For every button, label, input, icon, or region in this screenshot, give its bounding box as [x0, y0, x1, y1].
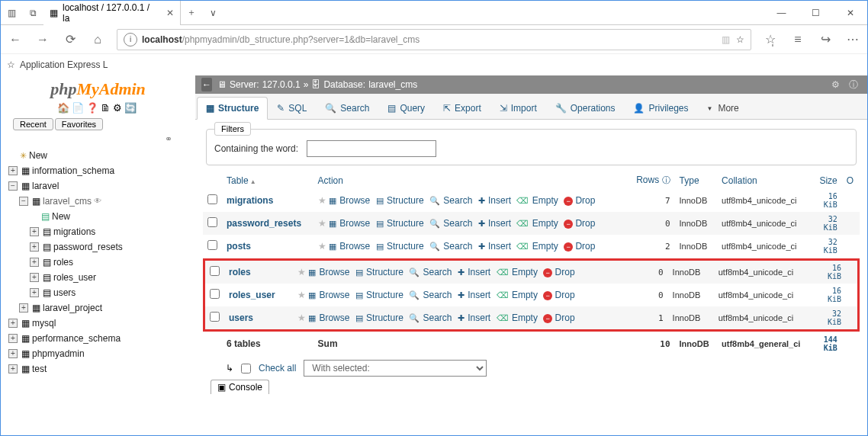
browse-link[interactable]: ▦ Browse [329, 218, 370, 229]
tree-table[interactable]: users [53, 285, 76, 300]
drop-link[interactable]: − Drop [564, 241, 595, 252]
tree-db-current[interactable]: laravel_cms [43, 194, 92, 209]
browse-link[interactable]: ▦ Browse [308, 290, 349, 300]
crumb-server[interactable]: 127.0.0.1 [262, 79, 301, 90]
minimize-icon[interactable]: — [764, 2, 799, 24]
browse-link[interactable]: ▦ Browse [329, 195, 370, 206]
search-link[interactable]: 🔍 Search [409, 313, 452, 323]
empty-link[interactable]: ⌫ Empty [497, 290, 538, 300]
structure-link[interactable]: ▤ Structure [355, 267, 403, 277]
empty-link[interactable]: ⌫ Empty [516, 241, 558, 252]
reading-mode-icon[interactable]: ▥ [722, 34, 730, 45]
favorite-star-icon[interactable]: ★ [318, 218, 326, 229]
col-size[interactable]: Size [819, 175, 837, 186]
empty-link[interactable]: ⌫ Empty [497, 313, 538, 323]
favorite-star-icon[interactable]: ★ [297, 313, 306, 323]
search-link[interactable]: 🔍 Search [409, 267, 452, 277]
browser-tab[interactable]: ▦ localhost / 127.0.0.1 / la ✕ [43, 1, 181, 25]
help-icon[interactable]: ⓘ [849, 79, 858, 91]
table-name-link[interactable]: roles_user [229, 290, 275, 300]
refresh-icon[interactable]: ⟳ [62, 32, 79, 46]
insert-link[interactable]: ✚ Insert [478, 195, 511, 206]
hub-icon[interactable]: ≡ [789, 33, 806, 46]
tree-db[interactable]: laravel [32, 178, 59, 194]
url-input[interactable]: i localhost/phpmyadmin/db_structure.php?… [117, 29, 751, 50]
tab-operations[interactable]: 🔧Operations [546, 97, 625, 119]
table-name-link[interactable]: migrations [227, 195, 273, 206]
tree-new[interactable]: New [29, 148, 47, 163]
tab-menu-icon[interactable]: ∨ [202, 2, 223, 24]
insert-link[interactable]: ✚ Insert [458, 313, 490, 323]
expand-icon[interactable]: + [8, 166, 18, 175]
tree-db[interactable]: test [32, 361, 47, 377]
favorite-star-icon[interactable]: ★ [297, 290, 306, 300]
sidebar-toggle-icon[interactable]: ▥ [1, 2, 22, 24]
drop-link[interactable]: − Drop [543, 313, 574, 323]
tab-search[interactable]: 🔍Search [316, 97, 378, 119]
table-name-link[interactable]: posts [227, 241, 251, 252]
new-tab-icon[interactable]: ＋ [181, 2, 202, 24]
tree-table[interactable]: migrations [53, 224, 95, 239]
check-all-link[interactable]: Check all [259, 363, 296, 373]
empty-link[interactable]: ⌫ Empty [516, 218, 558, 229]
tab-sql[interactable]: ✎SQL [268, 97, 316, 119]
table-name-link[interactable]: users [229, 313, 253, 323]
col-type[interactable]: Type [680, 175, 699, 186]
search-link[interactable]: 🔍 Search [429, 218, 472, 229]
tab-export[interactable]: ⇱Export [434, 97, 490, 119]
close-window-icon[interactable]: ✕ [833, 2, 867, 24]
tab-privileges[interactable]: 👤Privileges [624, 97, 697, 119]
favorite-star-icon[interactable]: ★ [318, 195, 326, 206]
row-checkbox[interactable] [207, 194, 217, 204]
collapse-icon[interactable]: − [19, 197, 28, 206]
row-checkbox[interactable] [210, 312, 220, 322]
nav-panel-toggle[interactable]: ← [201, 78, 212, 91]
browse-link[interactable]: ▦ Browse [308, 267, 349, 277]
bookmark-item[interactable]: Application Express L [20, 59, 108, 70]
collapse-all-icon[interactable]: ⚭ [1, 133, 195, 146]
share-icon[interactable]: ↪ [817, 32, 834, 46]
favorite-star-icon[interactable]: ★ [297, 267, 306, 277]
close-tab-icon[interactable]: ✕ [166, 8, 174, 18]
empty-link[interactable]: ⌫ Empty [497, 267, 538, 277]
drop-link[interactable]: − Drop [543, 267, 574, 277]
col-overhead[interactable]: O [847, 175, 854, 186]
favorites-button[interactable]: Favorites [55, 118, 103, 130]
row-checkbox[interactable] [210, 266, 220, 276]
recent-button[interactable]: Recent [13, 118, 53, 130]
insert-link[interactable]: ✚ Insert [458, 267, 490, 277]
col-rows[interactable]: Rows [636, 175, 659, 185]
col-collation[interactable]: Collation [722, 175, 757, 186]
insert-link[interactable]: ✚ Insert [478, 241, 511, 252]
tab-import[interactable]: ⇲Import [490, 97, 546, 119]
structure-link[interactable]: ▤ Structure [355, 313, 403, 323]
row-checkbox[interactable] [210, 289, 220, 299]
with-selected-dropdown[interactable]: With selected: [304, 360, 487, 377]
site-info-icon[interactable]: i [124, 33, 137, 46]
drop-link[interactable]: − Drop [543, 290, 574, 300]
gear-icon[interactable]: ⚙ [831, 79, 840, 90]
insert-link[interactable]: ✚ Insert [478, 218, 511, 229]
maximize-icon[interactable]: ☐ [799, 2, 833, 24]
crumb-db[interactable]: laravel_cms [368, 79, 417, 90]
row-checkbox[interactable] [207, 217, 217, 227]
console-tab[interactable]: ▣Console [211, 380, 269, 394]
empty-link[interactable]: ⌫ Empty [516, 195, 558, 206]
favorite-icon[interactable]: ☆ [736, 34, 744, 45]
back-icon[interactable]: ← [7, 33, 24, 46]
more-icon[interactable]: ⋯ [844, 32, 861, 46]
tree-db[interactable]: mysql [32, 316, 56, 331]
search-link[interactable]: 🔍 Search [429, 195, 472, 206]
tree-db[interactable]: phpmyadmin [32, 346, 85, 361]
reading-list-icon[interactable]: ⧉ [22, 2, 43, 24]
structure-link[interactable]: ▤ Structure [376, 195, 424, 206]
home-icon[interactable]: ⌂ [89, 33, 106, 46]
tree-table[interactable]: roles [53, 255, 73, 270]
check-all-checkbox[interactable] [241, 364, 251, 373]
drop-link[interactable]: − Drop [564, 195, 595, 206]
tree-db[interactable]: information_schema [32, 163, 114, 178]
tree-table[interactable]: password_resets [53, 239, 123, 255]
structure-link[interactable]: ▤ Structure [376, 218, 424, 229]
pma-quick-icons[interactable]: 🏠📄❓🗎⚙🔄 [1, 101, 195, 117]
tab-structure[interactable]: ▦Structure [197, 97, 268, 120]
